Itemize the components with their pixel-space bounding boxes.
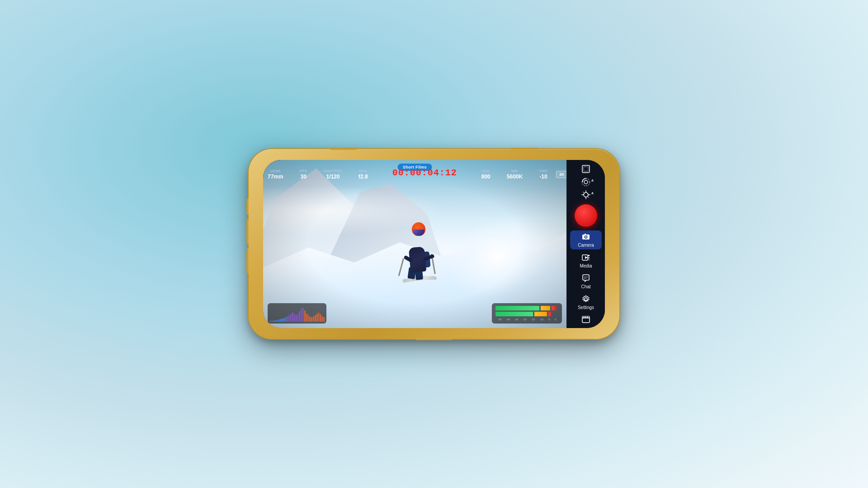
sidebar-item-media[interactable]: Media [570, 251, 602, 270]
phone-shell: Short Films LENS 77mm FPS 30 SHUTTER [249, 149, 619, 339]
camera-nav-label: Camera [578, 243, 594, 248]
sidebar-item-chat[interactable]: Chat [570, 272, 602, 291]
svg-point-4 [584, 192, 588, 197]
media-nav-label: Media [580, 263, 592, 268]
chat-nav-label: Chat [581, 284, 590, 289]
camera-nav-icon [581, 232, 590, 241]
ski-scene [263, 160, 566, 328]
svg-point-13 [585, 236, 587, 238]
camera-auto-icon [581, 177, 591, 187]
svg-rect-15 [588, 235, 590, 237]
sidebar-item-settings[interactable]: Settings [570, 293, 602, 312]
frame-guide-icon [581, 164, 591, 174]
svg-rect-18 [588, 255, 590, 256]
frame-guide-button[interactable] [576, 164, 596, 175]
volume-down-button[interactable] [246, 219, 249, 244]
clapper-icon [581, 314, 591, 324]
svg-rect-24 [582, 318, 590, 323]
svg-point-2 [584, 180, 588, 184]
settings-nav-label: Settings [578, 305, 594, 310]
volume-up-button[interactable] [246, 199, 249, 215]
camera-auto-button[interactable]: A [576, 177, 596, 188]
svg-rect-20 [588, 259, 590, 260]
record-button[interactable] [575, 204, 597, 227]
camera-viewfinder[interactable]: Short Films LENS 77mm FPS 30 SHUTTER [263, 160, 566, 328]
settings-nav-icon [581, 295, 590, 304]
auto-label-exposure: A [591, 192, 594, 195]
svg-rect-14 [585, 234, 586, 235]
svg-marker-17 [585, 256, 588, 259]
svg-rect-19 [588, 257, 590, 258]
svg-rect-0 [582, 165, 590, 173]
svg-line-9 [583, 192, 584, 193]
right-sidebar: A A [566, 160, 605, 328]
phone-screen: Short Films LENS 77mm FPS 30 SHUTTER [263, 160, 605, 328]
top-button-left [330, 148, 357, 150]
svg-rect-1 [584, 167, 588, 171]
vignette [263, 160, 566, 328]
clapper-button[interactable] [576, 314, 596, 325]
record-button-area [575, 204, 597, 227]
exposure-auto-icon [581, 190, 591, 200]
top-button-right [511, 148, 538, 150]
bottom-connector [416, 338, 452, 340]
svg-line-10 [588, 197, 589, 197]
media-nav-icon [581, 253, 590, 262]
sidebar-item-camera[interactable]: Camera [570, 230, 602, 249]
auto-label-camera: A [591, 179, 594, 182]
chat-nav-icon [581, 274, 590, 283]
exposure-auto-button[interactable]: A [576, 189, 596, 201]
svg-point-23 [585, 298, 587, 300]
silent-switch[interactable] [246, 249, 249, 273]
